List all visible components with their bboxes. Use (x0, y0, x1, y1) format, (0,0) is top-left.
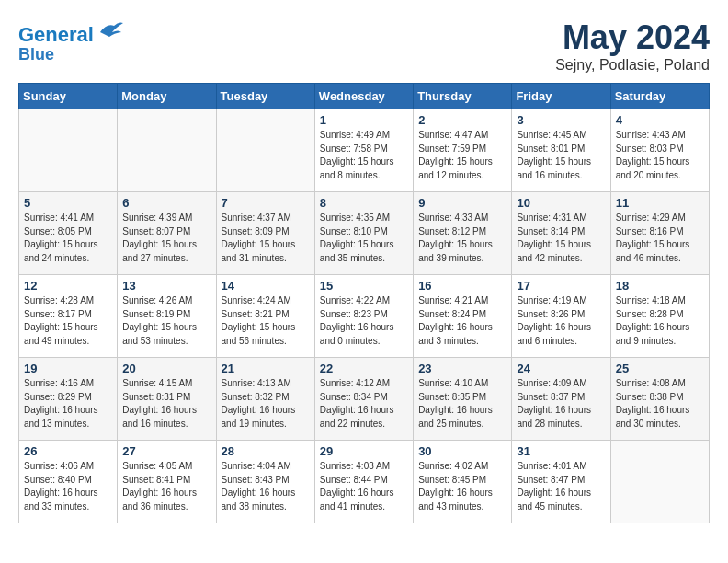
day-info: Sunrise: 4:16 AM Sunset: 8:29 PM Dayligh… (24, 377, 112, 431)
day-number: 13 (122, 279, 210, 293)
day-number: 7 (222, 196, 310, 210)
day-info: Sunrise: 4:04 AM Sunset: 8:43 PM Dayligh… (222, 460, 310, 513)
calendar-cell: 17Sunrise: 4:19 AM Sunset: 8:26 PM Dayli… (512, 275, 610, 358)
calendar-cell: 4Sunrise: 4:43 AM Sunset: 8:03 PM Daylig… (610, 109, 709, 192)
day-info: Sunrise: 4:43 AM Sunset: 8:03 PM Dayligh… (616, 129, 704, 182)
day-info: Sunrise: 4:45 AM Sunset: 8:01 PM Dayligh… (517, 129, 605, 182)
page-header: General Blue May 2024 Sejny, Podlasie, P… (18, 18, 710, 74)
calendar-cell: 30Sunrise: 4:02 AM Sunset: 8:45 PM Dayli… (414, 441, 512, 523)
week-row-5: 26Sunrise: 4:06 AM Sunset: 8:40 PM Dayli… (19, 441, 710, 523)
title-block: May 2024 Sejny, Podlasie, Poland (555, 18, 710, 74)
location-subtitle: Sejny, Podlasie, Poland (555, 57, 710, 74)
day-number: 16 (418, 279, 506, 293)
day-info: Sunrise: 4:09 AM Sunset: 8:37 PM Dayligh… (517, 377, 605, 431)
week-row-1: 1Sunrise: 4:49 AM Sunset: 7:58 PM Daylig… (19, 109, 710, 192)
day-number: 4 (616, 113, 704, 127)
calendar-cell: 31Sunrise: 4:01 AM Sunset: 8:47 PM Dayli… (512, 441, 610, 523)
day-info: Sunrise: 4:01 AM Sunset: 8:47 PM Dayligh… (517, 460, 605, 513)
calendar-cell: 12Sunrise: 4:28 AM Sunset: 8:17 PM Dayli… (19, 275, 118, 358)
day-info: Sunrise: 4:18 AM Sunset: 8:28 PM Dayligh… (616, 294, 704, 348)
calendar-cell: 24Sunrise: 4:09 AM Sunset: 8:37 PM Dayli… (512, 358, 610, 441)
calendar-cell: 8Sunrise: 4:35 AM Sunset: 8:10 PM Daylig… (314, 192, 413, 275)
day-info: Sunrise: 4:49 AM Sunset: 7:58 PM Dayligh… (320, 129, 408, 182)
calendar-body: 1Sunrise: 4:49 AM Sunset: 7:58 PM Daylig… (19, 109, 710, 523)
day-number: 1 (320, 113, 408, 127)
day-number: 15 (320, 279, 408, 293)
header-row: SundayMondayTuesdayWednesdayThursdayFrid… (19, 84, 710, 109)
header-cell-thursday: Thursday (414, 84, 512, 109)
header-cell-monday: Monday (118, 84, 216, 109)
calendar-header: SundayMondayTuesdayWednesdayThursdayFrid… (19, 84, 710, 109)
week-row-2: 5Sunrise: 4:41 AM Sunset: 8:05 PM Daylig… (19, 192, 710, 275)
calendar-cell: 20Sunrise: 4:15 AM Sunset: 8:31 PM Dayli… (118, 358, 216, 441)
day-number: 10 (517, 196, 605, 210)
day-info: Sunrise: 4:35 AM Sunset: 8:10 PM Dayligh… (320, 212, 408, 265)
day-info: Sunrise: 4:13 AM Sunset: 8:32 PM Dayligh… (222, 377, 310, 431)
day-number: 18 (616, 279, 704, 293)
header-cell-wednesday: Wednesday (314, 84, 413, 109)
calendar-cell: 16Sunrise: 4:21 AM Sunset: 8:24 PM Dayli… (414, 275, 512, 358)
calendar-cell: 23Sunrise: 4:10 AM Sunset: 8:35 PM Dayli… (414, 358, 512, 441)
day-number: 29 (320, 444, 408, 458)
day-number: 26 (24, 444, 112, 458)
day-number: 27 (122, 444, 210, 458)
day-number: 20 (122, 362, 210, 375)
calendar-cell: 7Sunrise: 4:37 AM Sunset: 8:09 PM Daylig… (216, 192, 314, 275)
calendar-cell: 14Sunrise: 4:24 AM Sunset: 8:21 PM Dayli… (216, 275, 314, 358)
calendar-table: SundayMondayTuesdayWednesdayThursdayFrid… (18, 83, 710, 523)
day-info: Sunrise: 4:33 AM Sunset: 8:12 PM Dayligh… (418, 212, 506, 265)
calendar-cell (19, 109, 118, 192)
day-number: 19 (24, 362, 112, 375)
header-cell-sunday: Sunday (19, 84, 118, 109)
calendar-cell: 29Sunrise: 4:03 AM Sunset: 8:44 PM Dayli… (314, 441, 413, 523)
calendar-cell: 3Sunrise: 4:45 AM Sunset: 8:01 PM Daylig… (512, 109, 610, 192)
day-number: 17 (517, 279, 605, 293)
day-info: Sunrise: 4:31 AM Sunset: 8:14 PM Dayligh… (517, 212, 605, 265)
month-title: May 2024 (555, 18, 710, 57)
day-number: 22 (320, 362, 408, 375)
day-number: 14 (222, 279, 310, 293)
header-cell-friday: Friday (512, 84, 610, 109)
calendar-cell (118, 109, 216, 192)
day-info: Sunrise: 4:21 AM Sunset: 8:24 PM Dayligh… (418, 294, 506, 348)
calendar-cell (216, 109, 314, 192)
logo-text: General (18, 18, 123, 46)
day-number: 24 (517, 362, 605, 375)
week-row-3: 12Sunrise: 4:28 AM Sunset: 8:17 PM Dayli… (19, 275, 710, 358)
day-info: Sunrise: 4:22 AM Sunset: 8:23 PM Dayligh… (320, 294, 408, 348)
calendar-cell: 18Sunrise: 4:18 AM Sunset: 8:28 PM Dayli… (610, 275, 709, 358)
calendar-cell: 2Sunrise: 4:47 AM Sunset: 7:59 PM Daylig… (414, 109, 512, 192)
day-info: Sunrise: 4:24 AM Sunset: 8:21 PM Dayligh… (222, 294, 310, 348)
logo-blue-text: Blue (18, 46, 123, 64)
day-info: Sunrise: 4:05 AM Sunset: 8:41 PM Dayligh… (122, 460, 210, 513)
day-info: Sunrise: 4:26 AM Sunset: 8:19 PM Dayligh… (122, 294, 210, 348)
header-cell-tuesday: Tuesday (216, 84, 314, 109)
day-number: 5 (24, 196, 112, 210)
day-info: Sunrise: 4:15 AM Sunset: 8:31 PM Dayligh… (122, 377, 210, 431)
day-number: 30 (418, 444, 506, 458)
calendar-cell: 22Sunrise: 4:12 AM Sunset: 8:34 PM Dayli… (314, 358, 413, 441)
day-info: Sunrise: 4:02 AM Sunset: 8:45 PM Dayligh… (418, 460, 506, 513)
calendar-cell: 10Sunrise: 4:31 AM Sunset: 8:14 PM Dayli… (512, 192, 610, 275)
calendar-cell: 15Sunrise: 4:22 AM Sunset: 8:23 PM Dayli… (314, 275, 413, 358)
day-info: Sunrise: 4:39 AM Sunset: 8:07 PM Dayligh… (122, 212, 210, 265)
logo: General Blue (18, 18, 123, 64)
day-number: 25 (616, 362, 704, 375)
day-info: Sunrise: 4:29 AM Sunset: 8:16 PM Dayligh… (616, 212, 704, 265)
day-number: 12 (24, 279, 112, 293)
calendar-cell: 5Sunrise: 4:41 AM Sunset: 8:05 PM Daylig… (19, 192, 118, 275)
day-number: 28 (222, 444, 310, 458)
calendar-cell: 28Sunrise: 4:04 AM Sunset: 8:43 PM Dayli… (216, 441, 314, 523)
day-number: 11 (616, 196, 704, 210)
calendar-cell: 6Sunrise: 4:39 AM Sunset: 8:07 PM Daylig… (118, 192, 216, 275)
logo-bird-icon (96, 18, 123, 41)
day-info: Sunrise: 4:19 AM Sunset: 8:26 PM Dayligh… (517, 294, 605, 348)
day-number: 8 (320, 196, 408, 210)
day-number: 2 (418, 113, 506, 127)
day-info: Sunrise: 4:47 AM Sunset: 7:59 PM Dayligh… (418, 129, 506, 182)
calendar-cell: 21Sunrise: 4:13 AM Sunset: 8:32 PM Dayli… (216, 358, 314, 441)
header-cell-saturday: Saturday (610, 84, 709, 109)
day-info: Sunrise: 4:41 AM Sunset: 8:05 PM Dayligh… (24, 212, 112, 265)
day-info: Sunrise: 4:28 AM Sunset: 8:17 PM Dayligh… (24, 294, 112, 348)
day-info: Sunrise: 4:08 AM Sunset: 8:38 PM Dayligh… (616, 377, 704, 431)
